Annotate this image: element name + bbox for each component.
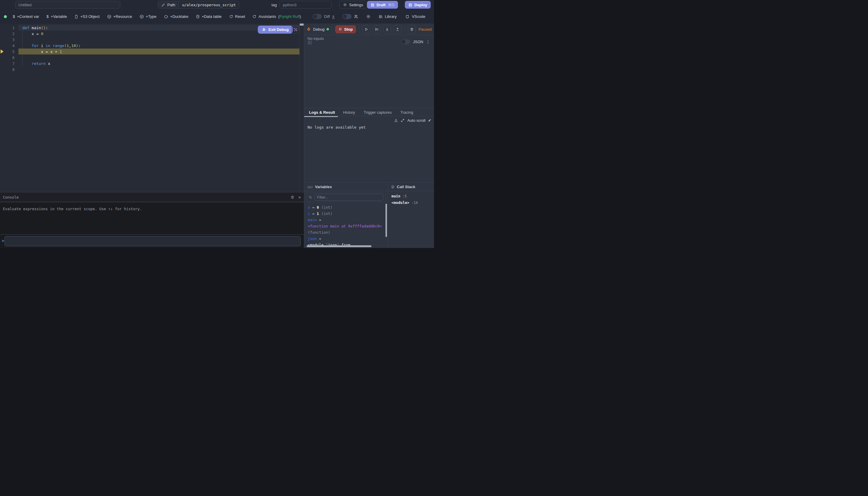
stop-label: Stop <box>344 27 353 32</box>
step-into-button[interactable] <box>383 25 391 34</box>
continue-button[interactable] <box>362 25 370 34</box>
vscode-button[interactable]: VScode <box>405 14 425 19</box>
diff-toggle[interactable] <box>313 14 322 19</box>
code-line[interactable]: 5 x = x + 1 <box>0 48 304 55</box>
download-logs-icon[interactable] <box>394 119 398 122</box>
assistants-button[interactable]: Assistants <box>252 14 276 19</box>
variable-row[interactable]: <function main at 0xffffadadd6c0> <box>308 223 384 229</box>
add-ducklake-button[interactable]: +Ducklake <box>164 14 188 19</box>
package-icon <box>107 15 111 19</box>
call-stack-list[interactable]: main :5<module> :14 <box>391 193 418 206</box>
variable-row[interactable]: json = <box>308 235 384 242</box>
debug-header: Debug Stop Paused <box>304 24 434 35</box>
variables-vscrollbar-thumb[interactable] <box>385 204 387 237</box>
check-icon[interactable]: ✓ <box>428 118 431 123</box>
code-line[interactable]: 8 <box>0 66 304 72</box>
deploy-button[interactable]: Deploy <box>405 1 431 9</box>
tab-history[interactable]: History <box>340 108 358 117</box>
result-tabs: Logs & ResultHistoryTrigger capturesTrac… <box>304 108 434 116</box>
variables-header: (x) Variables <box>304 183 388 191</box>
variables-list[interactable]: x = 0 (int)i = 1 (int)main =<function ma… <box>308 204 384 248</box>
call-stack-frame[interactable]: <module> :14 <box>391 200 418 206</box>
step-out-button[interactable] <box>394 25 401 34</box>
refresh-icon <box>252 15 256 18</box>
exit-debug-button[interactable]: Exit Debug <box>258 26 293 34</box>
console-panel: Console × Evaluate expressions in the cu… <box>0 192 304 248</box>
add-s3-object-button[interactable]: +S3 Object <box>75 14 100 19</box>
script-path-value: u/alex/prosperous_script <box>179 1 239 8</box>
variable-row[interactable]: i = 1 (int) <box>308 211 384 217</box>
edit-path-button[interactable]: Path <box>158 1 178 8</box>
multiplayer-toggle[interactable] <box>342 14 351 19</box>
code-line[interactable]: 6 <box>0 55 304 60</box>
file-icon <box>75 15 78 19</box>
users-icon[interactable] <box>354 14 358 19</box>
logs-area: Auto scroll ✓ No logs are available yet <box>304 116 434 183</box>
variable-row[interactable]: x = 0 (int) <box>308 204 384 211</box>
clear-console-trash-icon[interactable] <box>290 195 295 199</box>
call-stack-title: Call Stack <box>397 185 415 189</box>
variable-row[interactable]: main = <box>308 217 384 223</box>
add-variable-button[interactable]: $+Variable <box>46 14 67 19</box>
code-text: def main(): <box>22 26 48 30</box>
json-toggle[interactable] <box>401 39 410 44</box>
divider <box>405 25 405 33</box>
add-context-var-button[interactable]: $+Context var <box>13 14 39 19</box>
variables-hscrollbar-thumb[interactable] <box>306 245 372 247</box>
ai-wand-button[interactable] <box>291 26 299 34</box>
variables-icon: (x) <box>307 185 313 189</box>
add-data-table-button[interactable]: +Data table <box>196 14 222 19</box>
tag-label: tag <box>271 3 277 7</box>
debug-bottom-section: (x) Variables x = 0 (int)i = 1 (int)main… <box>304 183 434 248</box>
add-resource-button[interactable]: +Resource <box>107 14 132 19</box>
diff-plusminus-icon: ± <box>332 14 335 19</box>
variables-filter-input[interactable] <box>314 194 383 201</box>
package-icon <box>140 15 144 19</box>
exit-debug-label: Exit Debug <box>268 27 289 32</box>
code-line[interactable]: 4 for i in range(1,10): <box>0 43 304 48</box>
layers-icon <box>391 185 395 189</box>
editor-settings-gear-icon[interactable] <box>366 14 370 19</box>
linters-badge: (Pyright Ruff) <box>278 14 301 19</box>
expand-logs-icon[interactable] <box>401 119 405 122</box>
kebab-menu-icon[interactable]: ⋮ <box>426 40 430 44</box>
top-bar: Path u/alex/prosperous_script tag Settin… <box>0 0 434 10</box>
code-line[interactable]: 3 <box>0 36 304 43</box>
stop-button[interactable]: Stop <box>335 25 356 33</box>
dollar-icon: $ <box>13 14 15 19</box>
line-number: 2 <box>0 32 15 36</box>
inputs-area: No inputs JSON ⋮ <box>304 35 434 108</box>
save-icon <box>408 3 412 7</box>
call-stack-frame[interactable]: main :5 <box>391 193 418 200</box>
step-over-button[interactable] <box>373 25 381 34</box>
console-input[interactable] <box>4 236 301 246</box>
tab-tracing[interactable]: Tracing <box>397 108 417 117</box>
variables-title: Variables <box>315 185 332 189</box>
script-name-input[interactable] <box>15 1 120 9</box>
add-type-button[interactable]: +Type <box>140 14 157 19</box>
pencil-icon <box>161 3 165 7</box>
no-logs-message: No logs are available yet <box>307 125 366 129</box>
code-line[interactable]: 7 return x <box>0 60 304 66</box>
settings-button[interactable]: Settings <box>339 1 367 9</box>
step-controls <box>362 25 401 34</box>
script-editor-window: Path u/alex/prosperous_script tag Settin… <box>0 0 434 248</box>
console-header: Console × <box>0 192 304 202</box>
reset-button[interactable]: Reset <box>229 14 245 19</box>
gear-icon <box>343 3 347 7</box>
draft-button[interactable]: Draft ⌘S <box>367 1 398 9</box>
library-button[interactable]: Library <box>379 14 397 19</box>
editor-scrollbar-thumb[interactable] <box>300 24 304 26</box>
tab-trigger-captures[interactable]: Trigger captures <box>360 108 395 117</box>
line-number: 1 <box>0 26 15 30</box>
tag-input[interactable] <box>280 1 332 9</box>
magic-wand-icon <box>293 27 298 32</box>
draft-shortcut: ⌘S <box>388 3 394 7</box>
code-editor[interactable]: 1def main():2 x = 034 for i in range(1,1… <box>0 24 304 192</box>
call-stack-panel: Call Stack main :5<module> :14 <box>388 183 434 248</box>
variable-row[interactable]: (function) <box>308 229 384 235</box>
close-console-icon[interactable]: × <box>298 195 301 200</box>
code-text: return x <box>22 61 50 66</box>
tab-logs-result[interactable]: Logs & Result <box>304 108 338 117</box>
trash-button[interactable] <box>408 25 416 34</box>
